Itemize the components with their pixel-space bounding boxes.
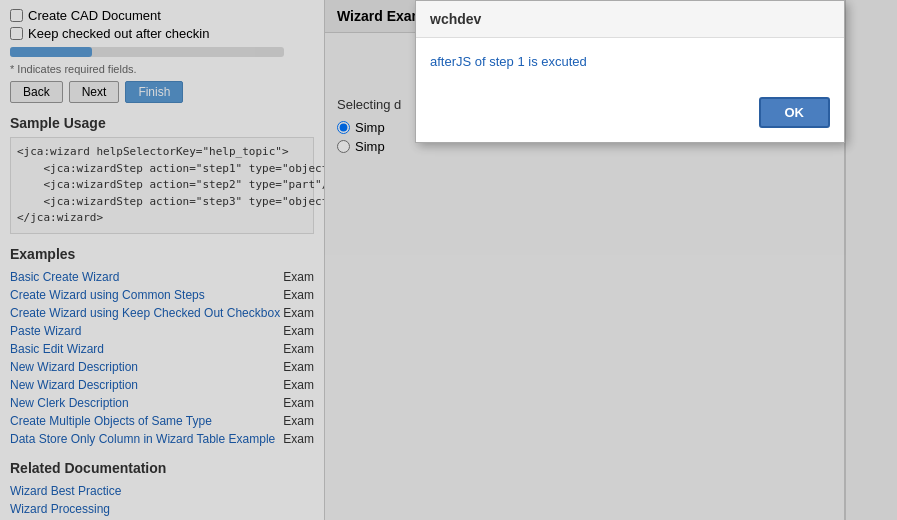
modal-message: afterJS of step 1 is excuted — [430, 54, 587, 69]
ok-button[interactable]: OK — [759, 97, 831, 128]
modal-dialog: wchdev afterJS of step 1 is excuted OK — [415, 0, 845, 143]
modal-title: wchdev — [416, 1, 844, 38]
modal-body: afterJS of step 1 is excuted — [416, 38, 844, 89]
modal-footer: OK — [416, 89, 844, 142]
